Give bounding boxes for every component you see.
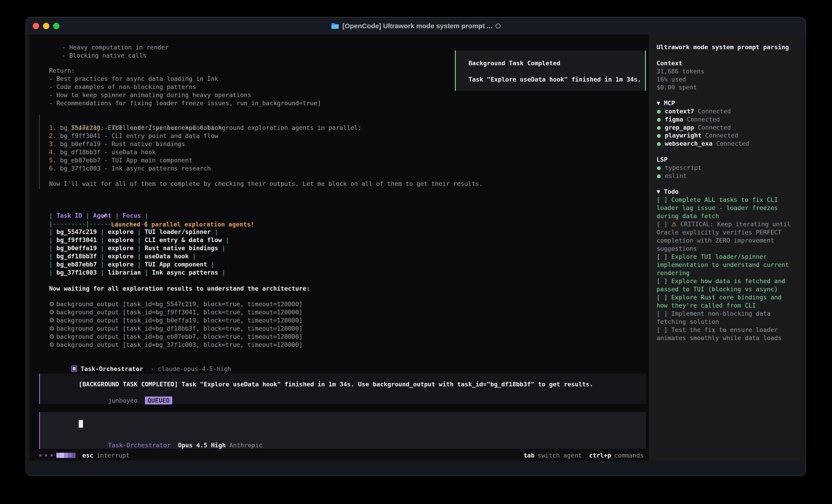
thinking-item: 1. bg_5547c219 - TUI loader/spinner expl… xyxy=(49,124,222,132)
thinking-item: 2. bg_f9ff3041 - CLI entry point and dat… xyxy=(49,132,218,140)
agent-icon xyxy=(71,366,77,372)
chat-pane: - Heavy computation in render - Blocking… xyxy=(29,34,649,460)
spinner-dot xyxy=(45,454,47,456)
table-separator-row: |---------|-------|-------| xyxy=(49,220,148,228)
toast-body: Task "Explore useData hook" finished in … xyxy=(468,76,641,84)
gear-icon: ⚙ xyxy=(49,333,54,340)
mcp-item: ●figma Connected xyxy=(657,115,720,123)
table-row: | bg_5547c219 | explore | TUI loader/spi… xyxy=(49,228,218,236)
prompt-input[interactable]: Task-Orchestrator Opus 4.5 High Anthropi… xyxy=(39,412,646,449)
app-version: ●OpenCode 1.0.152 xyxy=(657,453,742,460)
session-sidebar: Ultrawork mode system prompt parsing Con… xyxy=(649,34,801,460)
mcp-item: ●context7 Connected xyxy=(657,107,731,115)
context-header: Context xyxy=(656,59,682,67)
warning-icon: ⚠ xyxy=(671,221,677,228)
spinner-dot xyxy=(40,454,42,456)
chevron-down-icon: ▼ xyxy=(656,100,660,107)
status-dot-icon: ● xyxy=(657,124,660,131)
thinking-item: 3. bg_b0effa19 - Rust native bindings xyxy=(49,140,185,148)
spinner-dot xyxy=(51,454,53,456)
tool-result-line: - How to keep spinner animating during h… xyxy=(49,91,251,99)
mcp-header[interactable]: ▼ MCP xyxy=(656,99,675,107)
toast-notification[interactable]: Background Task Completed Task "Explore … xyxy=(455,51,646,91)
table-header-row: | Task ID | Agent | Focus | xyxy=(49,212,148,220)
tool-result-line: Return: xyxy=(49,66,75,75)
thinking-item: 6. bg_37f1c003 - Ink async patterns rese… xyxy=(49,164,211,172)
titlebar: [OpenCode] Ultrawork mode system prompt … xyxy=(26,18,806,34)
status-dot-icon: ● xyxy=(657,140,660,147)
tool-call-line: ⚙background_output [task_id=bg_b0effa19,… xyxy=(49,316,303,325)
context-tokens: 31,686 tokens xyxy=(656,67,704,76)
status-dot-icon: ● xyxy=(657,132,660,139)
ctrlp-key-hint: ctrl+p xyxy=(589,452,611,459)
input-agent: Task-Orchestrator xyxy=(108,442,171,449)
tool-result-line: - Heavy computation in render xyxy=(62,44,168,52)
tool-result-line: - Recommendations for fixing loader free… xyxy=(49,99,321,107)
lsp-item: ●eslint xyxy=(657,172,687,180)
input-model: Opus 4.5 High xyxy=(178,442,226,449)
terminal-window: [OpenCode] Ultrawork mode system prompt … xyxy=(26,17,806,476)
tool-call-line: ⚙background_output [task_id=bg_df18bb3f,… xyxy=(49,325,303,333)
thinking-item: 4. bg_df18bb3f - useData hook xyxy=(49,148,156,156)
context-spent: $0.00 spent xyxy=(656,83,697,91)
tool-call-line: ⚙background_output [task_id=bg_37f1c003,… xyxy=(49,341,303,349)
folder-icon xyxy=(331,23,339,29)
session-title: Ultrawork mode system prompt parsing xyxy=(656,43,789,51)
queued-badge: QUEUED xyxy=(145,396,173,404)
status-dot-icon: ● xyxy=(657,116,660,123)
status-dot-icon: ● xyxy=(657,108,660,115)
window-title: [OpenCode] Ultrawork mode system prompt … xyxy=(342,22,492,30)
chevron-down-icon: ▼ xyxy=(656,188,660,195)
context-used: 16% used xyxy=(656,76,686,84)
todo-item: [ ] Complete ALL tasks to fix CLI loader… xyxy=(656,196,793,220)
gear-icon: ⚙ xyxy=(49,325,54,332)
tool-call-line: ⚙background_output [task_id=bg_5547c219,… xyxy=(49,300,303,308)
input-provider: Anthropic xyxy=(230,442,262,449)
gear-icon: ⚙ xyxy=(49,341,54,348)
status-dot-icon: ● xyxy=(657,164,660,171)
table-row: | bg_b0effa19 | explore | Rust native bi… xyxy=(49,244,226,252)
waiting-line: Now waiting for all exploration results … xyxy=(49,284,310,292)
mcp-item: ●playwright Connected xyxy=(657,132,738,140)
input-meta: Task-Orchestrator Opus 4.5 High Anthropi… xyxy=(79,433,262,441)
todo-item: [ ] Explore how data is fetched and pass… xyxy=(656,277,793,293)
table-row: | bg_37f1c003 | librarian | Ink async pa… xyxy=(49,269,226,277)
table-row: | bg_df18bb3f | explore | useData hook | xyxy=(49,252,196,260)
message-gutter-bar xyxy=(39,114,40,189)
esc-key-hint: esc xyxy=(82,452,94,459)
toast-title: Background Task Completed xyxy=(468,59,560,67)
todo-header[interactable]: ▼ Todo xyxy=(656,188,679,196)
todo-list: [ ] Complete ALL tasks to fix CLI loader… xyxy=(656,196,793,342)
todo-item: [ ] Explore TUI loader/spinner implement… xyxy=(656,253,793,277)
tool-call-line: ⚙background_output [task_id=bg_eb87ebb7,… xyxy=(49,333,303,341)
launch-line: Launched 6 parallel exploration agents! xyxy=(49,196,254,204)
lsp-item: ●typescript xyxy=(657,164,702,172)
tool-call-line: ⚙background_output [task_id=bg_f9ff3041,… xyxy=(49,308,303,316)
todo-item: [ ] Test the fix to ensure loader animat… xyxy=(656,326,793,342)
tool-result-line: - Code examples of non-blocking patterns xyxy=(49,83,196,91)
agent-attribution: Task-Orchestrator · claude-opus-4-5-high xyxy=(49,357,231,365)
gear-icon: ⚙ xyxy=(49,309,54,316)
thinking-line: Thinking: Excellent! I've launched 6 bac… xyxy=(49,116,362,124)
tool-result-line: - Best practices for async data loading … xyxy=(49,75,218,83)
thinking-item: 5. bg_eb87ebb7 - TUI App main component xyxy=(49,156,192,164)
tool-result-line: - Blocking native calls xyxy=(62,52,147,60)
status-bar: esc interrupt tab switch agent ctrl+p co… xyxy=(29,450,649,460)
progress-ring-icon xyxy=(496,24,500,28)
background-task-message: [BACKGROUND TASK COMPLETED] Task "Explor… xyxy=(39,374,646,404)
completed-meta: junhoyeo QUEUED xyxy=(79,388,172,396)
table-row: | bg_f9ff3041 | explore | CLI entry & da… xyxy=(49,236,229,244)
thinking-outro: Now I'll wait for all of them to complet… xyxy=(49,180,483,188)
tab-key-hint: tab xyxy=(524,452,535,459)
todo-item: [ ] ⚠ CRITICAL: Keep iterating until Ora… xyxy=(656,220,793,253)
todo-item: [ ] Explore Rust core bindings and how t… xyxy=(656,293,793,310)
status-dot-icon: ● xyxy=(657,172,660,179)
mcp-item: ●grep_app Connected xyxy=(657,123,731,132)
mcp-item: ●websearch_exa Connected xyxy=(657,140,749,148)
lsp-header: LSP xyxy=(656,156,668,164)
text-cursor xyxy=(79,420,83,428)
spinner-blocks xyxy=(56,453,76,458)
completed-message: [BACKGROUND TASK COMPLETED] Task "Explor… xyxy=(79,380,593,388)
todo-item: [ ] Implement non-blocking data fetching… xyxy=(656,310,793,326)
gear-icon: ⚙ xyxy=(49,301,54,308)
